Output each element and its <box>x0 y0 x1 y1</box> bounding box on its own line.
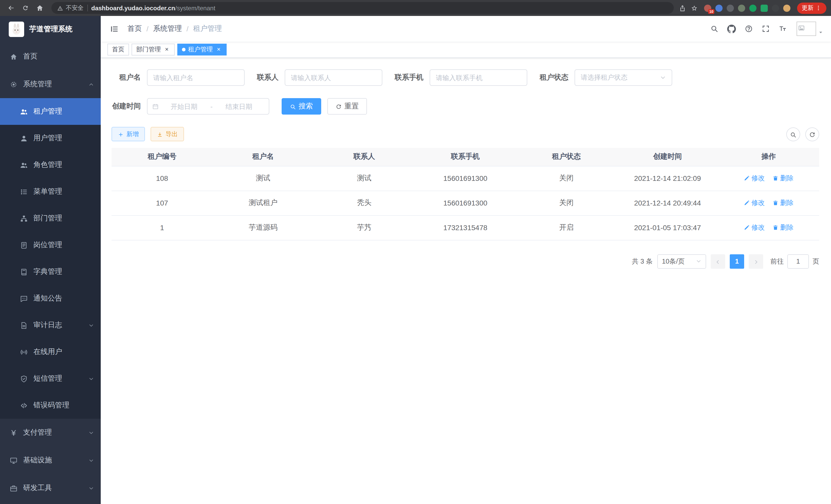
extension-password-icon[interactable]: 10 <box>704 4 711 11</box>
breadcrumb-item[interactable]: 系统管理 <box>153 24 182 33</box>
chevron-down-icon <box>696 259 701 264</box>
url-domain: dashboard.yudao.iocoder.cn <box>91 4 175 11</box>
next-page-button[interactable] <box>749 254 763 268</box>
search-button[interactable]: 搜索 <box>282 98 321 115</box>
sidebar-item-role[interactable]: 角色管理 <box>0 152 101 178</box>
refresh-icon <box>809 131 815 138</box>
tab-home[interactable]: 首页 <box>107 44 129 56</box>
page-unit-label: 页 <box>812 257 819 266</box>
back-button[interactable] <box>5 2 18 14</box>
add-button-label: 新增 <box>126 130 139 139</box>
sidebar-item-dept[interactable]: 部门管理 <box>0 205 101 232</box>
breadcrumb-item[interactable]: 首页 <box>127 24 142 33</box>
sidebar-item-dev-tool[interactable]: 研发工具 <box>0 474 101 502</box>
font-size-setting-button[interactable] <box>779 25 787 33</box>
home-icon <box>10 53 18 60</box>
update-button[interactable]: 更新 <box>797 2 826 13</box>
tab-dept[interactable]: 部门管理× <box>132 44 175 56</box>
divider <box>87 5 88 11</box>
sidebar-item-online-user[interactable]: 在线用户 <box>0 338 101 365</box>
extension-green-square-icon[interactable] <box>761 4 768 11</box>
sidebar-item-label: 通知公告 <box>33 294 94 303</box>
reload-button[interactable] <box>19 2 32 14</box>
sidebar-item-home[interactable]: 首页 <box>0 42 101 70</box>
export-button-label: 导出 <box>166 130 178 139</box>
home-button[interactable] <box>33 2 46 14</box>
user-menu[interactable] <box>797 22 823 36</box>
sidebar-item-menu[interactable]: 菜单管理 <box>0 178 101 205</box>
header-search-button[interactable] <box>710 25 718 33</box>
export-button[interactable]: 导出 <box>150 127 184 141</box>
share-button[interactable] <box>679 4 686 11</box>
security-chip[interactable]: 不安全 <box>57 4 84 12</box>
extension-green-icon[interactable] <box>749 4 756 11</box>
start-date-input[interactable] <box>159 102 209 110</box>
sidebar-item-dict[interactable]: 字典管理 <box>0 259 101 285</box>
sidebar-collapse-button[interactable] <box>105 20 123 38</box>
reset-button[interactable]: 重置 <box>327 98 367 115</box>
bookmark-button[interactable] <box>691 4 698 11</box>
edit-icon <box>744 200 750 206</box>
avatar[interactable] <box>797 22 816 36</box>
sidebar-item-error-code[interactable]: 错误码管理 <box>0 392 101 419</box>
profile-avatar-icon[interactable] <box>783 4 791 11</box>
caret-down-icon <box>818 30 823 36</box>
sidebar-item-system[interactable]: 系统管理 <box>0 70 101 98</box>
user-icon <box>20 135 28 142</box>
menu-dots-icon[interactable] <box>815 5 822 11</box>
tab-tenant[interactable]: 租户管理× <box>177 44 227 56</box>
sidebar-item-label: 角色管理 <box>33 160 94 170</box>
users-icon <box>20 161 28 169</box>
search-button-label: 搜索 <box>298 102 313 111</box>
sidebar-item-notice[interactable]: 通知公告 <box>0 285 101 312</box>
pagination: 共 3 条 10条/页 1 前往 页 <box>112 254 819 268</box>
sidebar-item-tenant[interactable]: 租户管理 <box>0 98 101 125</box>
address-bar[interactable]: 不安全 dashboard.yudao.iocoder.cn/system/te… <box>51 2 674 14</box>
status-select[interactable]: 请选择租户状态 <box>575 69 672 86</box>
fullscreen-toggle-button[interactable] <box>762 25 770 33</box>
update-label: 更新 <box>802 4 813 12</box>
app-logo[interactable]: 芋道管理系统 <box>0 16 101 42</box>
sidebar-item-infra[interactable]: 基础设施 <box>0 446 101 474</box>
calendar-icon <box>152 103 159 110</box>
sidebar-item-sms[interactable]: 短信管理 <box>0 365 101 392</box>
prev-page-button[interactable] <box>711 254 725 268</box>
sidebar-item-audit-log[interactable]: 审计日志 <box>0 312 101 338</box>
contact-input[interactable] <box>285 69 382 86</box>
sidebar-item-pay[interactable]: 支付管理 <box>0 419 101 446</box>
browser-actions: 10 更新 <box>679 2 826 13</box>
delete-button[interactable]: 删除 <box>772 198 794 208</box>
tenant-name-input[interactable] <box>147 69 245 86</box>
download-icon <box>157 130 163 138</box>
page-size-value: 10条/页 <box>662 257 685 266</box>
tab-close-icon[interactable]: × <box>164 46 170 53</box>
page-size-select[interactable]: 10条/页 <box>657 254 706 268</box>
tab-close-icon[interactable]: × <box>215 46 222 53</box>
extension-olive-icon[interactable] <box>738 4 745 11</box>
page-1-button[interactable]: 1 <box>730 254 744 268</box>
sidebar-item-post[interactable]: 岗位管理 <box>0 232 101 259</box>
sidebar-item-user[interactable]: 用户管理 <box>0 125 101 152</box>
add-button[interactable]: 新增 <box>112 127 145 141</box>
create-time-range-picker[interactable]: - <box>147 98 269 115</box>
extension-gray-icon[interactable] <box>727 4 734 11</box>
docs-help-button[interactable] <box>745 25 753 33</box>
delete-button[interactable]: 删除 <box>772 223 794 232</box>
dict-book-icon <box>20 268 28 276</box>
cell-created: 2021-01-05 17:03:47 <box>617 215 718 240</box>
edit-button[interactable]: 修改 <box>744 223 765 232</box>
edit-button[interactable]: 修改 <box>744 198 765 208</box>
toggle-search-button[interactable] <box>786 127 800 141</box>
refresh-table-button[interactable] <box>805 127 819 141</box>
github-link-button[interactable] <box>727 24 736 33</box>
goto-page-input[interactable] <box>787 254 809 268</box>
extension-blue-icon[interactable] <box>715 4 722 11</box>
delete-button[interactable]: 删除 <box>772 174 794 183</box>
sidebar: 芋道管理系统 首页系统管理租户管理用户管理角色管理菜单管理部门管理岗位管理字典管… <box>0 16 101 504</box>
extension-dark-icon[interactable] <box>772 4 779 11</box>
edit-button[interactable]: 修改 <box>744 174 765 183</box>
phone-input[interactable] <box>430 69 527 86</box>
filter-create-time: 创建时间 - <box>112 98 269 115</box>
sidebar-item-label: 在线用户 <box>33 347 94 357</box>
end-date-input[interactable] <box>213 102 264 110</box>
